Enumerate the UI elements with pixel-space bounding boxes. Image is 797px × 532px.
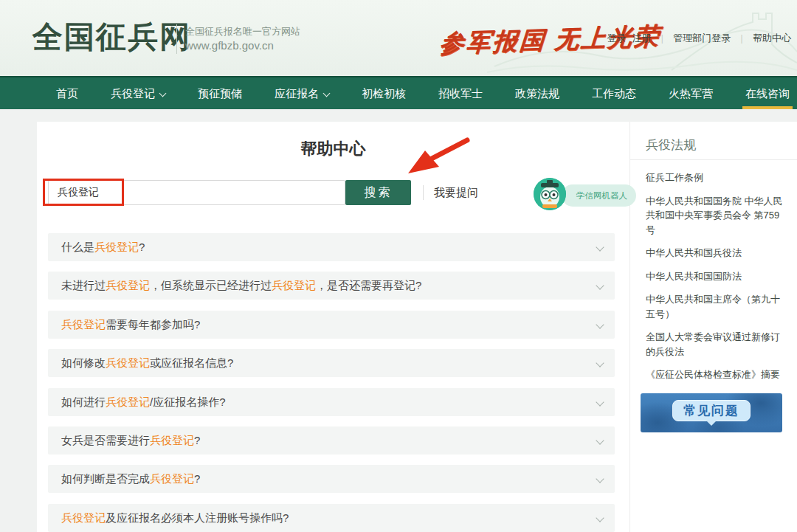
- faq-banner-bubble: 常见问题: [672, 400, 751, 421]
- link-separator: ｜: [737, 33, 746, 44]
- nav-item-初检初核[interactable]: 初检初核: [345, 77, 422, 109]
- law-link[interactable]: 中华人民共和国兵役法: [646, 246, 789, 260]
- nav-item-首页[interactable]: 首页: [40, 77, 94, 109]
- login-link[interactable]: 登录: [607, 32, 626, 44]
- law-link[interactable]: 《应征公民体格检查标准》摘要: [646, 367, 789, 382]
- help-center-link[interactable]: 帮助中心: [753, 32, 791, 44]
- faq-item[interactable]: 女兵是否需要进行兵役登记?: [48, 426, 615, 455]
- nav-item-招收军士[interactable]: 招收军士: [422, 77, 499, 109]
- chevron-down-icon: [596, 320, 604, 328]
- highlighted-keyword: 兵役登记: [272, 279, 316, 291]
- site-header: 全国征兵网 全国征兵报名唯一官方网站 www.gfbzb.gov.cn 参军报国…: [0, 0, 797, 76]
- chatbot-widget[interactable]: 学信网机器人: [534, 176, 660, 212]
- chevron-down-icon: [596, 281, 604, 289]
- faq-banner[interactable]: 常见问题: [641, 393, 782, 432]
- content-card: 帮助中心 搜索 我要提问 学信网机器人: [37, 122, 797, 532]
- sidebar-title-divider: [630, 159, 797, 160]
- law-link[interactable]: 中华人民共和国主席令（第九十五号）: [646, 292, 789, 321]
- highlighted-keyword: 兵役登记: [106, 279, 150, 291]
- highlighted-keyword: 兵役登记: [106, 356, 150, 369]
- site-url: www.gfbzb.gov.cn: [185, 39, 274, 52]
- law-link[interactable]: 中华人民共和国国务院 中华人民共和国中央军事委员会令 第759号: [646, 194, 789, 238]
- highlighted-keyword: 兵役登记: [61, 318, 106, 331]
- search-button[interactable]: 搜索: [345, 180, 411, 205]
- chevron-down-icon: [596, 514, 604, 522]
- highlighted-keyword: 兵役登记: [150, 434, 194, 446]
- chatbot-label[interactable]: 学信网机器人: [562, 184, 636, 207]
- site-logo[interactable]: 全国征兵网: [32, 19, 191, 55]
- faq-item[interactable]: 什么是兵役登记?: [48, 233, 615, 261]
- admin-login-link[interactable]: 管理部门登录: [673, 32, 731, 44]
- law-link[interactable]: 全国人大常委会审议通过新修订的兵役法: [646, 330, 789, 359]
- law-link[interactable]: 征兵工作条例: [646, 170, 789, 185]
- sidebar-title: 兵役法规: [646, 137, 696, 153]
- nav-item-政策法规[interactable]: 政策法规: [499, 77, 576, 109]
- chevron-down-icon: [159, 90, 167, 97]
- faq-item[interactable]: 如何进行兵役登记/应征报名操作?: [48, 388, 615, 416]
- faq-item[interactable]: 兵役登记需要每年都参加吗?: [48, 311, 615, 339]
- nav-item-预征预储[interactable]: 预征预储: [182, 77, 258, 109]
- chevron-down-icon: [596, 474, 604, 483]
- page: 全国征兵网 全国征兵报名唯一官方网站 www.gfbzb.gov.cn 参军报国…: [0, 0, 797, 532]
- faq-item[interactable]: 兵役登记及应征报名必须本人注册账号操作吗?: [48, 504, 615, 532]
- nav-item-工作动态[interactable]: 工作动态: [576, 77, 652, 109]
- nav-item-在线咨询[interactable]: 在线咨询: [729, 77, 797, 109]
- ask-divider: [423, 185, 424, 200]
- laws-list: 征兵工作条例中华人民共和国国务院 中华人民共和国中央军事委员会令 第759号中华…: [646, 170, 789, 414]
- faq-item[interactable]: 如何判断是否完成兵役登记?: [48, 465, 615, 493]
- chevron-down-icon: [596, 243, 604, 251]
- nav-item-火热军营[interactable]: 火热军营: [652, 77, 729, 109]
- register-link[interactable]: 注册: [632, 32, 651, 44]
- chevron-down-icon: [323, 90, 331, 97]
- nav-item-应征报名[interactable]: 应征报名: [258, 77, 345, 109]
- faq-item[interactable]: 未进行过兵役登记，但系统显示已经进行过兵役登记，是否还需要再登记?: [48, 272, 615, 300]
- link-separator: ｜: [658, 33, 666, 44]
- highlighted-keyword: 兵役登记: [94, 241, 139, 253]
- highlighted-keyword: 兵役登记: [150, 472, 194, 485]
- highlighted-keyword: 兵役登记: [61, 511, 106, 524]
- site-tagline: 全国征兵报名唯一官方网站: [185, 25, 300, 38]
- nav-item-兵役登记[interactable]: 兵役登记: [94, 77, 182, 109]
- robot-owl-icon[interactable]: [534, 178, 566, 210]
- page-title: 帮助中心: [37, 138, 629, 160]
- chevron-down-icon: [596, 436, 604, 444]
- highlighted-keyword: 兵役登记: [106, 395, 150, 408]
- law-link[interactable]: 中华人民共和国国防法: [646, 269, 789, 284]
- ask-question-link[interactable]: 我要提问: [434, 180, 478, 205]
- chevron-down-icon: [596, 359, 604, 367]
- header-links: 登录注册｜管理部门登录｜帮助中心: [607, 32, 791, 45]
- search-input[interactable]: [48, 180, 345, 205]
- main-nav: 首页兵役登记预征预储应征报名初检初核招收军士政策法规工作动态火热军营在线咨询廉洁…: [0, 76, 797, 109]
- logo-separator: [176, 24, 177, 54]
- chevron-down-icon: [596, 398, 604, 406]
- faq-item[interactable]: 如何修改兵役登记或应征报名信息?: [48, 349, 615, 377]
